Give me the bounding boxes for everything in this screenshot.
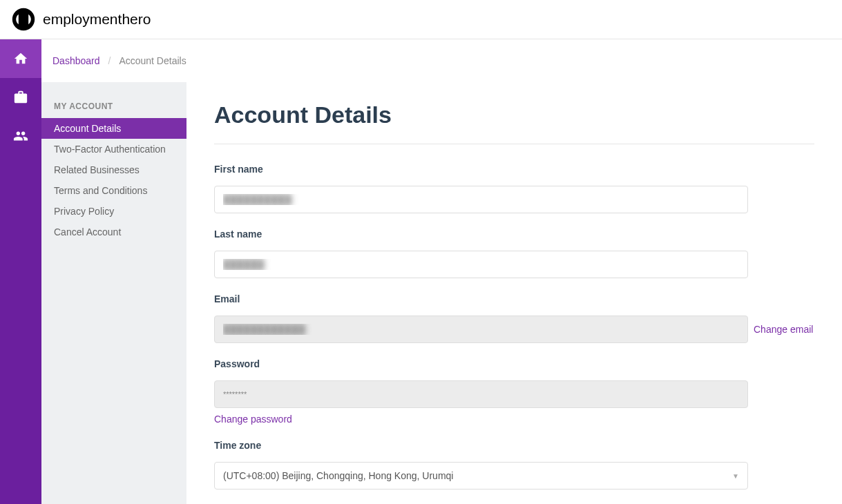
account-sidebar: MY ACCOUNT Account Details Two-Factor Au… — [41, 82, 186, 504]
svg-point-1 — [19, 17, 23, 21]
home-icon — [13, 51, 28, 66]
password-input — [214, 380, 748, 408]
nav-people[interactable] — [0, 117, 41, 155]
sidebar-item-privacy[interactable]: Privacy Policy — [41, 201, 186, 222]
sidebar-item-related-businesses[interactable]: Related Businesses — [41, 159, 186, 180]
breadcrumb: Dashboard / Account Details — [41, 39, 842, 82]
main-content: Account Details First name Last name Ema… — [186, 82, 842, 504]
email-label: Email — [214, 293, 814, 304]
sidebar-item-2fa[interactable]: Two-Factor Authentication — [41, 139, 186, 159]
timezone-label: Time zone — [214, 440, 814, 451]
page-title: Account Details — [214, 101, 814, 128]
change-password-link[interactable]: Change password — [214, 414, 292, 425]
first-name-input[interactable] — [214, 186, 748, 213]
svg-point-2 — [23, 17, 28, 21]
sidebar-item-terms[interactable]: Terms and Conditions — [41, 180, 186, 201]
timezone-select[interactable]: (UTC+08:00) Beijing, Chongqing, Hong Kon… — [214, 462, 748, 490]
app-header: employmenthero — [0, 0, 842, 39]
last-name-row: Last name — [214, 229, 814, 278]
first-name-label: First name — [214, 164, 814, 175]
timezone-row: Time zone (UTC+08:00) Beijing, Chongqing… — [214, 440, 814, 490]
logo-icon — [11, 7, 36, 32]
timezone-value: (UTC+08:00) Beijing, Chongqing, Hong Kon… — [223, 470, 453, 481]
change-email-link[interactable]: Change email — [754, 324, 813, 335]
first-name-row: First name — [214, 164, 814, 213]
chevron-down-icon: ▼ — [732, 472, 739, 480]
breadcrumb-root[interactable]: Dashboard — [52, 55, 100, 66]
password-row: Password Change password — [214, 358, 814, 425]
people-icon — [13, 128, 28, 144]
last-name-input[interactable] — [214, 251, 748, 278]
sidebar-item-cancel[interactable]: Cancel Account — [41, 222, 186, 242]
brand-name: employmenthero — [43, 11, 151, 28]
svg-point-0 — [12, 8, 35, 30]
password-label: Password — [214, 358, 814, 369]
last-name-label: Last name — [214, 229, 814, 240]
sidebar-item-account-details[interactable]: Account Details — [41, 118, 186, 139]
sidebar-heading: MY ACCOUNT — [41, 101, 186, 118]
divider — [214, 144, 814, 144]
email-row: Email Change email — [214, 293, 814, 343]
breadcrumb-separator: / — [108, 55, 111, 66]
briefcase-icon — [13, 90, 28, 105]
nav-home[interactable] — [0, 39, 41, 78]
nav-rail — [0, 39, 41, 504]
email-input — [214, 316, 748, 343]
nav-briefcase[interactable] — [0, 78, 41, 117]
breadcrumb-current: Account Details — [119, 55, 186, 66]
brand-logo[interactable]: employmenthero — [11, 7, 151, 32]
